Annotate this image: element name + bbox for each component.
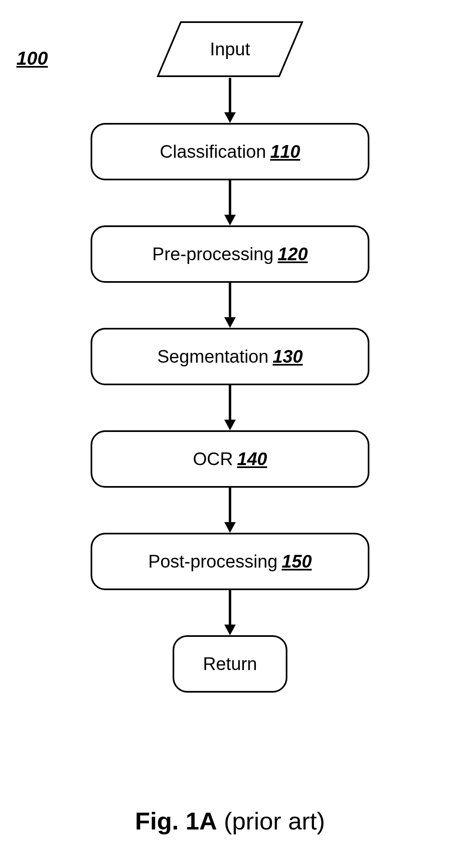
preprocessing-step: Pre-processing 120: [91, 225, 369, 283]
flowchart-canvas: 100 Input Classification 110 Pre-process…: [0, 0, 460, 868]
step-ref: 130: [273, 346, 303, 367]
ocr-step: OCR 140: [91, 430, 369, 488]
arrow-icon: [229, 180, 231, 225]
arrow-icon: [229, 590, 231, 635]
arrow-icon: [229, 385, 231, 430]
step-ref: 120: [278, 244, 307, 264]
return-node: Return: [173, 635, 287, 693]
svg-marker-4: [224, 215, 236, 225]
input-node-label: Input: [156, 20, 304, 78]
step-ref: 110: [270, 141, 300, 162]
svg-marker-10: [224, 522, 236, 533]
step-ref: 150: [282, 551, 312, 572]
svg-marker-2: [224, 112, 236, 123]
figure-number: Fig. 1A: [135, 807, 217, 835]
svg-marker-6: [224, 317, 236, 328]
figure-caption: Fig. 1A (prior art): [0, 807, 460, 835]
step-label: Pre-processing: [152, 244, 273, 264]
step-ref: 140: [237, 449, 267, 469]
return-label: Return: [203, 654, 257, 674]
postprocessing-step: Post-processing 150: [91, 533, 369, 590]
input-node: Input: [156, 20, 304, 78]
classification-step: Classification 110: [91, 123, 369, 180]
arrow-icon: [229, 78, 231, 123]
svg-marker-8: [224, 420, 236, 430]
arrow-icon: [229, 283, 231, 328]
segmentation-step: Segmentation 130: [91, 328, 369, 385]
step-label: OCR: [193, 449, 233, 469]
figure-note: (prior art): [217, 807, 325, 835]
arrow-icon: [229, 488, 231, 533]
svg-marker-12: [224, 625, 236, 635]
diagram-ref-number: 100: [16, 47, 48, 69]
step-label: Classification: [160, 141, 266, 162]
step-label: Segmentation: [157, 346, 269, 367]
step-label: Post-processing: [148, 551, 278, 572]
